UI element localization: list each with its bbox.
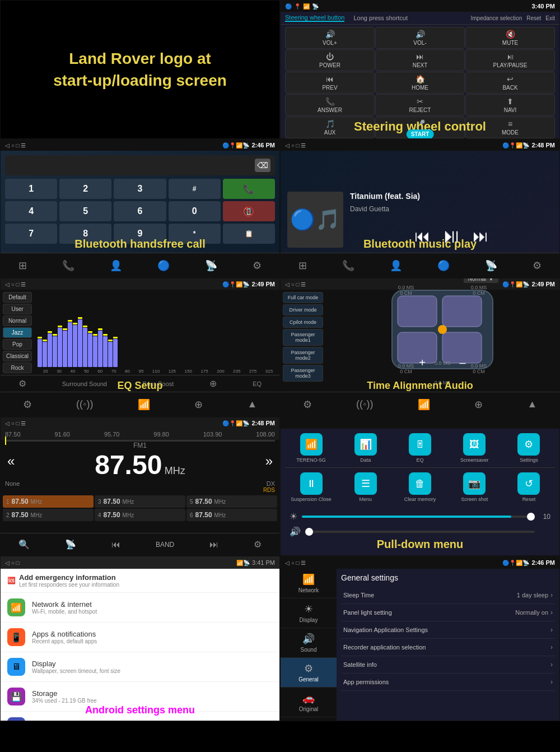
ta-plus-btn[interactable]: + — [419, 356, 426, 369]
gen-setting-satellite[interactable]: Satellite info › — [341, 656, 555, 674]
nav-bt2-icon[interactable]: 📡 — [205, 259, 217, 272]
eq-nav-5[interactable]: ▲ — [247, 398, 257, 410]
eq-nav-1[interactable]: ⚙ — [23, 398, 32, 411]
eq-bar-2[interactable] — [43, 292, 47, 367]
nav-music-contacts[interactable]: 👤 — [390, 259, 402, 272]
ta-mode-cpilot[interactable]: Cpilot mode — [283, 317, 323, 328]
radio-preset-2[interactable]: 2 87.50 MHz — [3, 509, 94, 521]
android-item-network[interactable]: 📶 Network & internet Wi-Fi, mobile, and … — [1, 593, 279, 623]
radio-preset-1[interactable]: 1 87.50 MHz — [3, 495, 94, 508]
sw-home[interactable]: 🏠HOME — [375, 72, 465, 94]
ta-nav-2[interactable]: ((◦)) — [356, 398, 373, 410]
radio-prev-icon[interactable]: ⏮ — [111, 540, 120, 550]
sw-reject[interactable]: ✂REJECT — [375, 94, 465, 116]
gen-sidebar-sound[interactable]: 🔊 Sound — [281, 628, 337, 658]
eq-mode-user[interactable]: User — [3, 304, 32, 314]
dial-end[interactable]: 📵 — [223, 201, 275, 221]
nav-music-phone[interactable]: 📞 — [342, 259, 354, 272]
pd-reset-item[interactable]: ↺ Reset — [503, 472, 555, 502]
sw-answer[interactable]: 📞ANSWER — [285, 94, 375, 116]
eq-nav-2[interactable]: ((◦)) — [76, 398, 93, 410]
eq-bar-14[interactable] — [103, 292, 108, 367]
sw-mute[interactable]: 🔇MUTE — [465, 27, 555, 49]
eq-bar-4[interactable] — [53, 292, 57, 367]
sw-power[interactable]: ⏻POWER — [285, 49, 375, 71]
ta-nav-1[interactable]: ⚙ — [303, 398, 312, 411]
radio-preset-5[interactable]: 5 87.50 MHz — [186, 495, 277, 508]
gen-setting-recorder[interactable]: Recorder application selection › — [341, 639, 555, 656]
nav-bt-icon[interactable]: 🔵 — [157, 259, 170, 272]
pd-settings-item[interactable]: ⚙ Settings — [503, 433, 555, 463]
eq-bar-9[interactable] — [78, 292, 82, 367]
eq-bar-11[interactable] — [88, 292, 92, 367]
eq-bar-7[interactable] — [68, 292, 72, 367]
pd-brightness-track[interactable] — [302, 516, 535, 518]
gen-sidebar-network[interactable]: 📶 Network — [281, 569, 337, 598]
gen-setting-app-perm[interactable]: App permissions › — [341, 674, 555, 691]
pd-clear-item[interactable]: 🗑 Clear memory — [394, 472, 446, 502]
eq-mode-jazz[interactable]: Jazz — [3, 327, 32, 338]
radio-fast-forward[interactable]: » — [265, 453, 273, 469]
nav-phone-icon[interactable]: 📞 — [62, 259, 74, 272]
pd-data-item[interactable]: 📊 Data — [339, 433, 391, 463]
sw-reset[interactable]: Reset — [526, 15, 541, 21]
ta-nav-4[interactable]: ⊕ — [474, 398, 483, 411]
eq-bar-3[interactable] — [48, 292, 52, 367]
sw-play-pause[interactable]: ⏯PLAY/PAUSE — [465, 49, 555, 71]
eq-bar-15[interactable] — [108, 292, 113, 367]
nav-apps-icon[interactable]: ⊞ — [18, 259, 27, 272]
sw-back[interactable]: ↩BACK — [465, 72, 555, 94]
radio-signal-icon[interactable]: 📡 — [65, 539, 76, 550]
android-item-apps[interactable]: 📱 Apps & notifications Recent apps, defa… — [1, 623, 279, 652]
nav-settings-icon[interactable]: ⚙ — [253, 259, 262, 272]
sw-exit[interactable]: Exit — [545, 15, 555, 21]
nav-music-bt[interactable]: 🔵 — [437, 259, 450, 272]
pd-menu-item[interactable]: ☰ Menu — [339, 472, 391, 502]
dial-hash[interactable]: # — [169, 179, 221, 199]
eq-bar-8[interactable] — [73, 292, 77, 367]
android-item-display[interactable]: 🖥 Display Wallpaper, screen timeout, fon… — [1, 652, 279, 682]
eq-mode-pop[interactable]: Pop — [3, 339, 32, 350]
dial-backspace-btn[interactable]: ⌫ — [255, 159, 270, 172]
eq-bar-16[interactable] — [113, 292, 118, 367]
radio-eq-icon[interactable]: ⚙ — [254, 539, 262, 550]
radio-search-icon[interactable]: 🔍 — [18, 539, 30, 550]
pd-volume-track[interactable] — [305, 531, 535, 533]
eq-bar-5[interactable] — [58, 292, 62, 367]
pd-screensaver-item[interactable]: 🖼 Screensaver — [449, 433, 501, 463]
dial-call[interactable]: 📞 — [223, 179, 275, 199]
dial-2[interactable]: 2 — [59, 179, 111, 199]
pd-suspend-item[interactable]: ⏸ Suspension Close — [285, 472, 337, 502]
sw-vol-plus[interactable]: 🔊VOL+ — [285, 27, 375, 49]
eq-bar-10[interactable] — [83, 292, 87, 367]
dial-0[interactable]: 0 — [169, 201, 221, 221]
dial-6[interactable]: 6 — [114, 201, 166, 221]
ta-normal-dropdown[interactable]: Normal ▼ — [464, 278, 498, 283]
gen-sidebar-general[interactable]: ⚙ General — [281, 658, 337, 688]
radio-preset-6[interactable]: 6 87.50 MHz — [186, 509, 277, 521]
sw-navi[interactable]: ⬆NAVI — [465, 94, 555, 116]
pd-screenshot-item[interactable]: 📷 Screen shot — [449, 472, 501, 502]
eq-nav-4[interactable]: ⊕ — [194, 398, 203, 411]
gen-sidebar-original[interactable]: 🚗 Original — [281, 688, 337, 717]
sw-tab-steering[interactable]: Steering wheel button — [285, 14, 344, 22]
gen-sidebar-reverse[interactable]: ↩ Reverse — [281, 717, 337, 721]
eq-bar-6[interactable] — [63, 292, 67, 367]
gen-sidebar-display[interactable]: ☀ Display — [281, 598, 337, 628]
eq-nav-3[interactable]: 📶 — [138, 398, 150, 411]
nav-music-bt2[interactable]: 📡 — [485, 259, 497, 272]
ta-mode-driver[interactable]: Driver mode — [283, 304, 323, 315]
eq-bar-1[interactable] — [38, 292, 42, 367]
ta-mode-fullcar[interactable]: Full car mode — [283, 292, 323, 303]
radio-preset-4[interactable]: 4 87.50 MHz — [95, 509, 185, 521]
dial-5[interactable]: 5 — [59, 201, 111, 221]
nav-music-apps[interactable]: ⊞ — [298, 259, 307, 272]
pd-wifi-item[interactable]: 📶 TERENO-5G — [285, 433, 337, 463]
radio-preset-3[interactable]: 3 87.50 MHz — [95, 495, 185, 508]
nav-music-settings[interactable]: ⚙ — [533, 259, 542, 272]
radio-next-icon[interactable]: ⏭ — [209, 540, 218, 550]
dial-1[interactable]: 1 — [5, 179, 57, 199]
ta-mode-passenger3[interactable]: Passenger mode3 — [283, 365, 323, 382]
sw-tab-longpress[interactable]: Long press shortcut — [353, 15, 408, 21]
sw-impedance[interactable]: Impedance selection — [470, 15, 522, 21]
